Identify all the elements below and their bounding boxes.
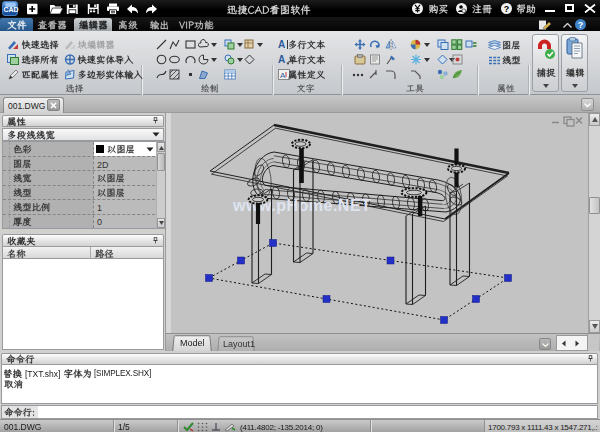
svg-text:A: A	[278, 54, 285, 65]
svg-text:A: A	[280, 71, 286, 80]
svg-text:A: A	[278, 39, 285, 50]
